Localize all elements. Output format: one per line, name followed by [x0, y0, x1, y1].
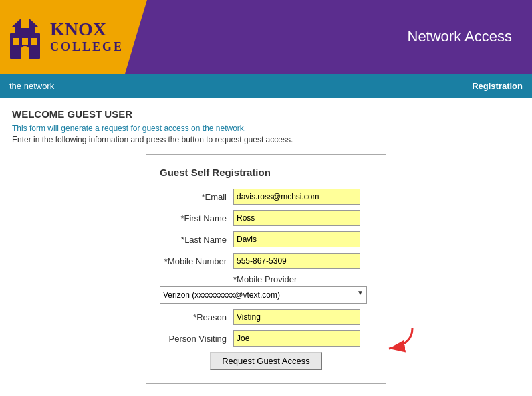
mobile-field[interactable]	[233, 253, 360, 269]
guest-registration-form: Guest Self Registration *Email *First Na…	[146, 154, 386, 384]
person-visiting-row: Person Visiting	[160, 330, 372, 346]
logo-text: KNOX COLLEGE	[50, 19, 124, 54]
svg-rect-7	[31, 38, 37, 45]
content: WELCOME GUEST USER This form will genera…	[0, 98, 532, 395]
lastname-field[interactable]	[233, 231, 360, 248]
person-label: Person Visiting	[160, 334, 233, 344]
navbar: the network Registration	[0, 74, 532, 98]
button-row: Request Guest Access	[160, 352, 372, 370]
network-access-title: Network Access	[408, 28, 533, 45]
provider-row: *Mobile Provider Verizon (xxxxxxxxxx@vte…	[160, 274, 372, 304]
firstname-row: *First Name	[160, 210, 372, 226]
provider-select[interactable]: Verizon (xxxxxxxxxx@vtext.com) AT&T (xxx…	[160, 286, 367, 304]
logo-area: KNOX COLLEGE	[0, 0, 147, 74]
mobile-label: *Mobile Number	[160, 256, 233, 266]
provider-label-row: *Mobile Provider	[160, 274, 372, 284]
header: KNOX COLLEGE Network Access	[0, 0, 532, 74]
svg-point-9	[21, 46, 29, 50]
lastname-row: *Last Name	[160, 231, 372, 248]
provider-label: *Mobile Provider	[233, 274, 303, 284]
provider-select-row: Verizon (xxxxxxxxxx@vtext.com) AT&T (xxx…	[160, 286, 372, 304]
provider-select-wrapper: Verizon (xxxxxxxxxx@vtext.com) AT&T (xxx…	[160, 286, 367, 304]
knox-college-logo-icon	[7, 13, 43, 60]
nav-registration[interactable]: Registration	[472, 81, 523, 91]
reason-row: *Reason	[160, 309, 372, 325]
svg-rect-5	[13, 38, 19, 45]
email-field[interactable]	[233, 189, 360, 205]
email-row: *Email	[160, 189, 372, 205]
form-title: Guest Self Registration	[160, 167, 372, 178]
red-arrow-icon	[376, 325, 416, 355]
reason-field[interactable]	[233, 309, 360, 325]
email-label: *Email	[160, 192, 233, 202]
mobile-row: *Mobile Number	[160, 253, 372, 269]
svg-rect-4	[23, 14, 27, 19]
request-guest-access-button[interactable]: Request Guest Access	[210, 352, 322, 370]
firstname-field[interactable]	[233, 210, 360, 226]
person-field[interactable]	[233, 330, 360, 346]
welcome-title: WELCOME GUEST USER	[12, 108, 520, 120]
desc1: This form will generate a request for gu…	[12, 124, 520, 133]
svg-rect-6	[22, 38, 28, 45]
firstname-label: *First Name	[160, 213, 233, 223]
lastname-label: *Last Name	[160, 235, 233, 245]
nav-the-network[interactable]: the network	[9, 81, 54, 91]
reason-label: *Reason	[160, 312, 233, 322]
desc2: Enter in the following information and p…	[12, 135, 520, 144]
